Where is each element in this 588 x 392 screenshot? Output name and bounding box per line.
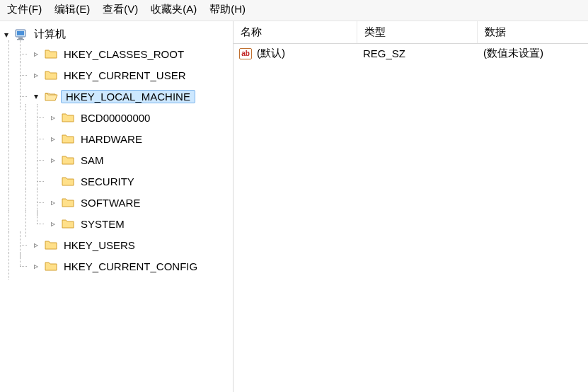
- svg-rect-2: [18, 38, 23, 39]
- folder-icon: [61, 196, 75, 209]
- value-name: (默认): [257, 47, 285, 60]
- expander-icon[interactable]: ▹: [48, 197, 58, 207]
- expander-icon[interactable]: ▹: [31, 49, 41, 59]
- folder-icon: [61, 111, 75, 124]
- expander-icon[interactable]: ▹: [31, 261, 41, 271]
- tree-item-label: BCD00000000: [78, 111, 153, 125]
- tree-hklm-security[interactable]: ▹ SECURITY: [1, 171, 231, 192]
- svg-rect-3: [17, 39, 24, 40]
- main-area: ▾ 计算机: [0, 21, 588, 392]
- tree-item-label: HKEY_CLASSES_ROOT: [61, 47, 187, 61]
- values-panel: 名称 类型 数据 ab (默认) REG_SZ (数值未设置): [234, 21, 588, 392]
- list-body[interactable]: ab (默认) REG_SZ (数值未设置): [234, 44, 588, 392]
- computer-icon: [14, 28, 28, 41]
- tree-hklm-bcd[interactable]: ▹ BCD00000000: [1, 107, 231, 128]
- column-header-type[interactable]: 类型: [357, 21, 478, 43]
- column-header-data[interactable]: 数据: [478, 21, 588, 43]
- column-header-name[interactable]: 名称: [234, 21, 357, 43]
- folder-icon: [61, 154, 75, 166]
- expander-icon[interactable]: ▹: [48, 219, 58, 229]
- tree-hkey-current-config[interactable]: ▹ HKEY_CURRENT_CONFIG: [1, 255, 231, 277]
- tree-root-computer[interactable]: ▾ 计算机: [1, 25, 231, 43]
- menu-help[interactable]: 帮助(H): [209, 3, 246, 16]
- tree-item-label: HKEY_LOCAL_MACHINE: [61, 90, 195, 103]
- list-row[interactable]: ab (默认) REG_SZ (数值未设置): [234, 44, 588, 63]
- folder-open-icon: [44, 90, 58, 103]
- expander-icon[interactable]: ▹: [31, 240, 41, 250]
- tree-hklm-software[interactable]: ▹ SOFTWARE: [1, 192, 231, 213]
- folder-icon: [44, 69, 58, 81]
- tree-item-label: SOFTWARE: [78, 196, 143, 209]
- folder-icon: [61, 132, 75, 145]
- tree-hklm-hardware[interactable]: ▹ HARDWARE: [1, 128, 231, 149]
- tree-item-label: HKEY_USERS: [61, 238, 138, 252]
- folder-icon: [61, 175, 75, 188]
- menubar: 文件(F) 编辑(E) 查看(V) 收藏夹(A) 帮助(H): [0, 0, 588, 21]
- expander-open-icon[interactable]: ▾: [1, 30, 11, 40]
- svg-rect-1: [17, 31, 24, 35]
- expander-icon[interactable]: ▹: [48, 113, 58, 122]
- folder-icon: [44, 238, 58, 251]
- value-type: REG_SZ: [357, 47, 478, 59]
- list-header: 名称 类型 数据: [234, 21, 588, 44]
- tree-item-label: HKEY_CURRENT_CONFIG: [61, 260, 200, 273]
- tree-item-label: HKEY_CURRENT_USER: [61, 69, 189, 82]
- tree-hklm-system[interactable]: ▹ SYSTEM: [1, 213, 231, 234]
- tree-hklm-sam[interactable]: ▹ SAM: [1, 149, 231, 171]
- folder-icon: [44, 47, 58, 60]
- folder-icon: [44, 260, 58, 272]
- string-value-icon: ab: [239, 48, 252, 59]
- tree-item-label: HARDWARE: [78, 132, 145, 146]
- tree-item-label: SYSTEM: [78, 217, 127, 231]
- value-data: (数值未设置): [478, 47, 588, 60]
- expander-icon[interactable]: ▹: [31, 70, 41, 80]
- tree-hkey-classes-root[interactable]: ▹ HKEY_CLASSES_ROOT: [1, 43, 231, 64]
- expander-icon[interactable]: ▹: [48, 155, 58, 165]
- tree-item-label: SAM: [78, 154, 107, 167]
- menu-favorites[interactable]: 收藏夹(A): [151, 3, 197, 16]
- tree-panel[interactable]: ▾ 计算机: [0, 21, 234, 392]
- tree-root-label: 计算机: [31, 27, 69, 42]
- tree-hkey-current-user[interactable]: ▹ HKEY_CURRENT_USER: [1, 64, 231, 86]
- menu-edit[interactable]: 编辑(E): [54, 3, 90, 16]
- tree-hkey-users[interactable]: ▹ HKEY_USERS: [1, 234, 231, 255]
- tree-item-label: SECURITY: [78, 175, 137, 188]
- menu-view[interactable]: 查看(V): [103, 3, 138, 16]
- folder-icon: [61, 217, 75, 230]
- expander-open-icon[interactable]: ▾: [31, 91, 41, 101]
- tree-hkey-local-machine[interactable]: ▾ HKEY_LOCAL_MACHINE: [1, 86, 231, 107]
- expander-icon[interactable]: ▹: [48, 134, 58, 144]
- menu-file[interactable]: 文件(F): [7, 3, 42, 16]
